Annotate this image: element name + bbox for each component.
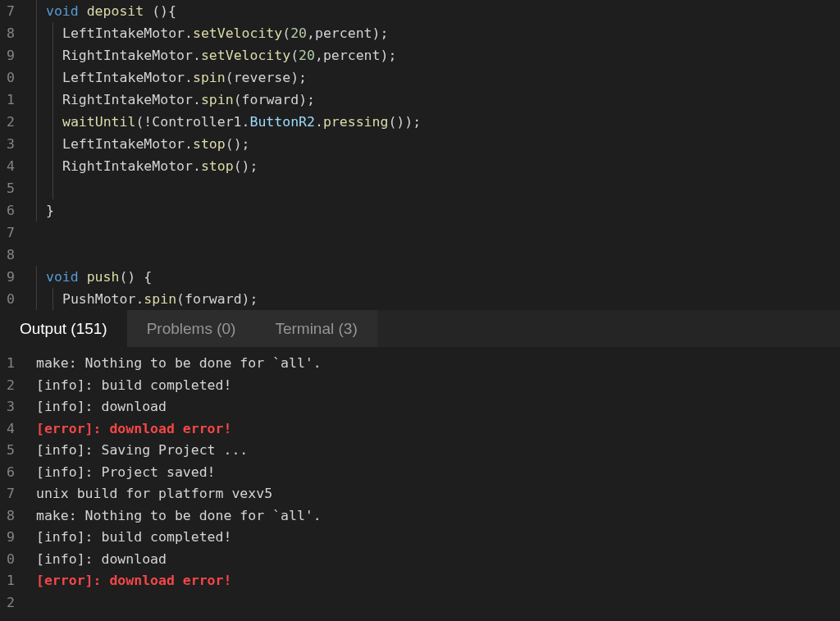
output-line-number: 8 [0,505,15,527]
code-token: ButtonR2 [250,114,315,130]
output-text: [info]: Saving Project ... [15,440,248,462]
code-token: forward [242,92,299,107]
line-number: 9 [0,266,15,288]
code-content[interactable] [62,177,840,199]
line-number: 4 [0,155,15,177]
panel-tabs: Output (151)Problems (0)Terminal (3) [0,310,840,348]
indent-guide [15,155,46,177]
code-token: reverse [234,70,291,85]
code-token: 20 [290,25,307,41]
code-content[interactable]: RightIntakeMotor.setVelocity(20,percent)… [62,44,840,66]
code-editor[interactable]: 7void deposit (){8LeftIntakeMotor.setVel… [0,0,840,310]
code-line[interactable]: 6} [0,199,840,221]
code-token: 20 [299,48,315,63]
code-token: deposit [87,3,144,19]
code-line[interactable]: 9RightIntakeMotor.setVelocity(20,percent… [0,44,840,66]
code-token: forward [185,291,242,307]
indent-guide [46,177,62,199]
code-token: , [315,48,323,63]
output-line: 9[info]: build completed! [0,527,840,549]
line-number: 8 [0,22,15,44]
output-line-number: 5 [0,440,15,462]
code-token: push [87,269,120,285]
code-line[interactable]: 3LeftIntakeMotor.stop(); [0,133,840,155]
indent-guide [15,44,46,66]
indent-guide [15,89,46,111]
output-line-number: 3 [0,396,15,418]
code-content[interactable]: RightIntakeMotor.stop(); [62,155,840,177]
code-content[interactable]: void deposit (){ [46,0,840,22]
indent-guide [15,0,46,22]
code-token: LeftIntakeMotor. [62,25,193,41]
code-line[interactable]: 9void push() { [0,266,840,288]
code-token: spin [144,291,176,307]
panel-tab[interactable]: Output (151) [0,310,127,347]
output-line-number: 2 [0,375,15,397]
output-line: 3[info]: download [0,396,840,418]
bottom-panel: Output (151)Problems (0)Terminal (3) 1ma… [0,310,840,621]
code-line[interactable]: 7 [0,221,840,244]
panel-tab[interactable]: Terminal (3) [255,310,377,347]
code-token: waitUntil [62,114,135,130]
line-number: 9 [0,44,15,66]
indent-guide [15,199,46,221]
code-token: (); [234,158,258,174]
code-content[interactable]: void push() { [46,266,840,288]
output-line: 4[error]: download error! [0,418,840,441]
code-token: setVelocity [201,48,290,63]
output-line: 1make: Nothing to be done for `all'. [0,353,840,375]
code-content[interactable]: RightIntakeMotor.spin(forward); [62,89,840,111]
code-content[interactable] [46,244,840,266]
indent-guide [15,266,46,288]
line-number: 8 [0,244,15,266]
indent-guide [46,133,62,155]
code-line[interactable]: 8LeftIntakeMotor.setVelocity(20,percent)… [0,22,840,44]
indent-guide [15,177,46,199]
code-line[interactable]: 4RightIntakeMotor.stop(); [0,155,840,177]
code-content[interactable]: LeftIntakeMotor.stop(); [62,133,840,155]
output-line-number: 1 [0,353,15,375]
output-line-number: 4 [0,418,15,441]
code-line[interactable]: 8 [0,244,840,266]
gutter-spacer [15,221,46,244]
line-number: 6 [0,199,15,221]
indent-guide [46,155,62,177]
output-panel[interactable]: 1make: Nothing to be done for `all'.2[in… [0,348,840,621]
code-line[interactable]: 0LeftIntakeMotor.spin(reverse); [0,66,840,89]
code-line[interactable]: 1RightIntakeMotor.spin(forward); [0,89,840,111]
code-token: stop [201,158,234,174]
code-line[interactable]: 7void deposit (){ [0,0,840,22]
code-token: spin [201,92,234,107]
code-content[interactable]: waitUntil(!Controller1.ButtonR2.pressing… [62,111,840,133]
code-line[interactable]: 2waitUntil(!Controller1.ButtonR2.pressin… [0,111,840,133]
code-content[interactable] [46,221,840,244]
code-token: percent [315,25,372,41]
code-content[interactable]: PushMotor.spin(forward); [62,288,840,310]
code-content[interactable]: } [46,199,840,221]
code-content[interactable]: LeftIntakeMotor.spin(reverse); [62,66,840,89]
code-line[interactable]: 5 [0,177,840,199]
code-token: RightIntakeMotor. [62,48,201,63]
code-line[interactable]: 0PushMotor.spin(forward); [0,288,840,310]
code-token: ( [290,48,299,63]
code-content[interactable]: LeftIntakeMotor.setVelocity(20,percent); [62,22,840,44]
output-text: [info]: build completed! [15,375,231,397]
panel-tab[interactable]: Problems (0) [127,310,256,347]
output-text: [info]: download [15,396,167,418]
code-token: RightIntakeMotor. [62,92,201,107]
code-token: ( [282,25,290,41]
indent-guide [15,22,46,44]
output-line-number: 0 [0,549,15,571]
code-token: . [315,114,323,130]
indent-guide [15,133,46,155]
code-token: pressing [323,114,388,130]
code-token: percent [323,48,381,63]
output-line-number: 2 [0,592,15,614]
indent-guide [46,89,62,111]
code-token: ( [226,70,234,85]
output-line: 7unix build for platform vexv5 [0,483,840,505]
indent-guide [46,44,62,66]
output-text: unix build for platform vexv5 [15,483,272,505]
output-line: 6[info]: Project saved! [0,462,840,484]
code-token: Controller1. [152,114,249,130]
